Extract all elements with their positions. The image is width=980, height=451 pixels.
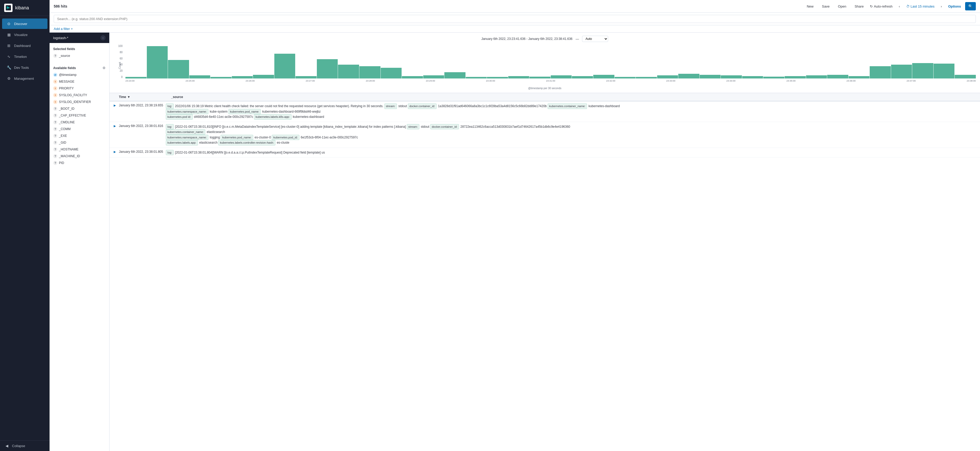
log-badge: log: [166,124,174,130]
field-type-badge: t [53,86,57,91]
search-input[interactable] [54,15,976,23]
sidebar-nav: ⊙ Discover ▦ Visualize ⊞ Dashboard ∿ Tim… [0,16,49,440]
field-name: _GID [59,141,66,145]
sort-icon: ▼ [127,95,130,99]
chart-bar [360,66,380,78]
auto-refresh-button[interactable]: ↻ Auto-refresh [870,5,892,8]
field-item-gid[interactable]: ? _GID [49,139,109,146]
chart-bar [849,76,870,78]
next-time-button[interactable]: › [939,3,944,10]
add-filter-button[interactable]: Add a filter + [54,27,73,31]
chart-bar [912,63,933,78]
wrench-icon: 🔧 [6,65,11,70]
row-expand-button[interactable]: ▶ [114,124,119,128]
field-item-priority[interactable]: t PRIORITY [49,85,109,92]
field-item-hostname[interactable]: ? _HOSTNAME [49,146,109,153]
sidebar-item-visualize[interactable]: ▦ Visualize [2,29,48,40]
field-item-syslog-identifier[interactable]: t SYSLOG_IDENTIFIER [49,98,109,105]
field-item-comm[interactable]: ? _COMM [49,125,109,132]
refresh-icon: ↻ [870,5,873,8]
k8s-labels-badge: kubernetes.labels.app: [166,140,198,146]
stream-badge: stream: [407,124,420,130]
row-source: log: [2022-01-06T15:38:01,804][WARN ][o.… [166,150,976,156]
sidebar-item-management[interactable]: ⚙ Management [2,73,48,84]
index-pattern-label: logstash-* [53,36,68,40]
col-source-header: _source [171,95,976,99]
chart-bar [317,59,338,78]
sidebar-item-label: Visualize [14,33,28,37]
chart-bar [508,76,530,78]
field-item-syslog-facility[interactable]: t SYSLOG_FACILITY [49,92,109,98]
chart-bar [147,46,168,78]
docker-container-badge: docker.container_id: [408,103,436,109]
table-row: ▶ January 6th 2022, 23:38:01.805 log: [2… [110,148,980,158]
search-execute-button[interactable]: 🔍 [965,2,976,10]
field-item-pid[interactable]: ? PID [49,160,109,166]
row-source: log: [2022-01-06T15:38:01,810][INFO ][o.… [166,124,976,146]
log-badge: log: [166,150,174,156]
col-time-header[interactable]: Time ▼ [119,95,171,99]
chart-bar [827,75,848,78]
field-item-boot-id[interactable]: ? _BOOT_ID [49,105,109,112]
table-header: Time ▼ _source [110,93,980,102]
chart-bar [232,76,253,78]
options-button[interactable]: Options [948,5,961,8]
prev-time-button[interactable]: ‹ [897,3,902,10]
sidebar-item-label: Dashboard [14,44,31,48]
row-time: January 6th 2022, 23:38:01.805 [119,150,166,154]
index-pattern-header: logstash-* ‹ [49,33,109,43]
field-type-badge: ? [53,120,57,124]
chart-bar [274,54,296,78]
left-panel: logstash-* ‹ Selected fields ? _source A… [49,33,110,451]
field-name: SYSLOG_FACILITY [59,93,87,97]
new-button[interactable]: New [805,3,816,10]
sidebar-item-timelion[interactable]: ∿ Timelion [2,51,48,62]
chart-bar [721,75,742,78]
log-badge: log: [166,103,174,109]
time-range-button[interactable]: ⏱ Last 15 minutes [906,5,935,8]
field-item-cap-effective[interactable]: ? _CAP_EFFECTIVE [49,112,109,119]
hits-count: 586 hits [54,4,67,8]
row-expand-button[interactable]: ▶ [114,103,119,107]
fields-settings-button[interactable]: ⚙ [102,66,106,70]
gear-icon: ⚙ [6,76,11,81]
field-name: _HOSTNAME [59,148,78,151]
sidebar-item-dashboard[interactable]: ⊞ Dashboard [2,40,48,51]
field-item-message[interactable]: t MESSAGE [49,78,109,85]
field-type-badge: ? [53,141,57,145]
sidebar-logo: kibana [0,0,49,16]
field-item-source[interactable]: ? _source [49,52,109,59]
chart-bar [678,74,699,78]
field-type-badge: t [53,79,57,84]
row-expand-button[interactable]: ▶ [114,150,119,154]
sidebar-item-discover[interactable]: ⊙ Discover [2,19,48,29]
chart-bar [444,72,466,78]
chart-interval-select[interactable]: Auto 1 minute 5 minutes 30 seconds [582,36,608,42]
open-button[interactable]: Open [836,3,848,10]
field-item-timestamp[interactable]: @ @timestamp [49,71,109,78]
field-item-exe[interactable]: ? _EXE [49,132,109,139]
sidebar-collapse-button[interactable]: ◀ Collapse [0,440,49,451]
chart-bar [700,75,721,78]
stream-badge: stream: [384,103,397,109]
k8s-container-badge: kubernetes.container_name: [547,103,587,109]
field-item-machine-id[interactable]: ? _MACHINE_ID [49,153,109,160]
k8s-labels-revision-badge: kubernetes.labels.controller-revision-ha… [218,140,275,146]
field-name: _source [59,54,70,58]
chart-header: January 6th 2022, 23:23:41.636 - January… [114,36,976,42]
chart-x-axis: 23:24:00 23:25:00 23:26:00 23:27:00 23:2… [126,78,976,86]
chart-bar [806,75,827,78]
field-type-badge: ? [53,113,57,118]
save-button[interactable]: Save [820,3,832,10]
k8s-pod-name-badge: kubernetes.pod_name: [221,135,253,140]
chart-bar [530,77,550,78]
compass-icon: ⊙ [6,21,11,26]
logo-text: kibana [15,5,29,11]
timelion-icon: ∿ [6,54,11,59]
field-name: _CAP_EFFECTIVE [59,114,86,117]
panel-collapse-button[interactable]: ‹ [100,35,106,40]
share-button[interactable]: Share [853,3,866,10]
sidebar-item-devtools[interactable]: 🔧 Dev Tools [2,62,48,73]
field-item-cmdline[interactable]: ? _CMDLINE [49,119,109,125]
x-axis-bottom-label: @timestamp per 30 seconds [114,87,976,90]
